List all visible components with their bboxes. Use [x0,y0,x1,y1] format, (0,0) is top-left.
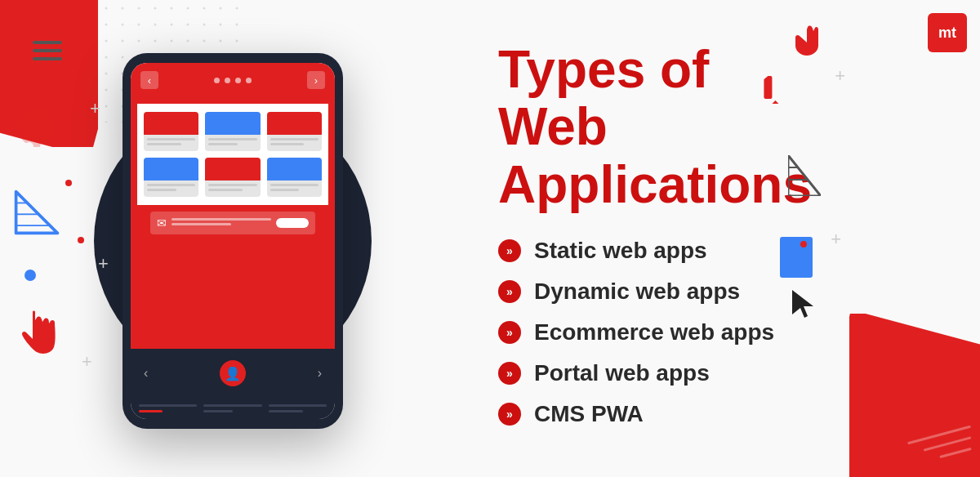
blue-rectangle-icon [780,237,813,278]
footer-group-1 [139,404,197,412]
hand-up-icon [793,23,821,61]
nav-dot-1 [214,78,220,83]
card-4 [144,158,198,197]
nav-dot-2 [225,78,230,83]
device-frame: ‹ › [122,53,343,429]
plus-icon-1: + [90,98,100,119]
email-icon: ✉ [157,216,167,230]
logo-text: mt [938,25,956,42]
svg-marker-11 [792,290,813,318]
nav-dots [214,78,252,83]
email-section: ✉ [144,205,322,241]
nav-left-arrow: ‹ [140,71,158,89]
card-3 [267,112,322,151]
logo: mt [928,13,967,52]
footer-group-2 [203,404,261,412]
nav-dot-3 [235,78,241,83]
list-label-2: Dynamic web apps [534,279,740,305]
list-label-4: Portal web apps [534,360,710,386]
browser-footer [131,398,335,419]
email-box: ✉ [150,212,315,234]
footer-line-5 [269,410,304,412]
hamburger-icon [33,41,62,65]
list-label-5: CMS PWA [534,401,644,427]
chevron-icon-3: » [498,321,521,344]
footer-line-3 [203,410,233,412]
plus-icon-right-2: + [831,229,841,250]
cursor-icon [792,290,817,325]
browser-bottom-nav: ‹ 👤 › [131,349,335,398]
device-mockup-container: ‹ › [106,33,359,449]
title-line2: Web Applications [498,97,812,213]
dot-red-right [800,241,807,247]
plus-icon-2: + [98,253,109,274]
email-button [276,218,309,228]
right-decorations: + + [776,0,980,477]
left-decorations: + + + [0,0,131,477]
footer-line-accent [139,410,163,412]
svg-marker-2 [16,192,58,234]
card-2 [205,112,260,151]
title-line1: Types of [498,40,709,99]
nav-dot-4 [246,78,252,83]
avatar-icon: 👤 [220,360,246,386]
svg-marker-7 [772,100,778,104]
nav-right-arrow: › [307,71,325,89]
device-screen: ‹ › [131,63,335,419]
bottom-left-arrow: ‹ [144,366,148,381]
browser-topbar: ‹ › [131,63,335,97]
svg-marker-8 [788,155,821,196]
geometry-triangle-icon [788,155,821,199]
dot-blue-1 [24,270,36,281]
footer-line-1 [139,404,197,407]
card-5 [205,158,260,197]
chevron-icon-4: » [498,362,521,385]
footer-line-4 [269,404,327,407]
footer-line-2 [203,404,261,407]
email-lines [172,218,271,228]
cards-grid [137,104,328,205]
gear-icon [16,106,57,155]
chevron-icon-1: » [498,239,521,262]
list-label-3: Ecommerce web apps [534,319,774,345]
chevron-icon-2: » [498,280,521,303]
page-background: mt [0,0,980,477]
list-label-1: Static web apps [534,238,707,264]
dot-red-2 [78,237,84,243]
chevron-icon-5: » [498,403,521,426]
hand-pointer-icon [16,310,57,363]
plus-icon-3: + [82,351,92,372]
plus-icon-right-1: + [835,65,845,87]
ruler-triangle-icon [12,188,61,240]
cards-area: ✉ [131,97,335,349]
card-1 [144,112,198,151]
footer-group-3 [269,404,327,412]
dot-red-1 [65,180,72,186]
bottom-right-arrow: › [318,366,322,381]
svg-rect-6 [764,76,772,99]
card-6 [267,158,322,197]
